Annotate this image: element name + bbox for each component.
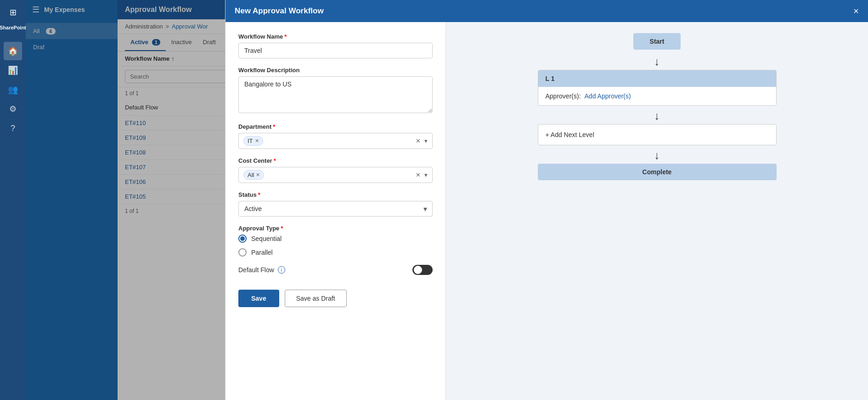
people-icon[interactable]: 👥	[4, 80, 22, 99]
status-select[interactable]: Active Inactive Draft	[238, 201, 433, 217]
cost-center-tag-remove[interactable]: ✕	[256, 172, 260, 178]
cost-center-tag-all: All ✕	[243, 170, 264, 180]
workflow-name-label: Workflow Name*	[238, 33, 433, 40]
workflow-desc-textarea[interactable]: Bangalore to US	[238, 76, 433, 113]
arrow-down-1: ↓	[654, 55, 660, 68]
home-icon[interactable]: 🏠	[4, 42, 22, 60]
radio-parallel-label: Parallel	[251, 249, 273, 256]
default-flow-toggle[interactable]	[412, 265, 433, 275]
save-draft-button[interactable]: Save as Draft	[285, 290, 347, 307]
help-icon[interactable]: ?	[4, 119, 22, 137]
complete-button[interactable]: Complete	[538, 164, 777, 180]
workflow-desc-label: Workflow Description	[238, 67, 433, 74]
department-tag-it: IT ✕	[243, 136, 263, 146]
radio-sequential-label: Sequential	[251, 235, 282, 242]
cost-center-chevron-icon[interactable]: ▾	[424, 171, 428, 178]
workflow-side: Start ↓ L 1 Approver(s): Add Approver(s)…	[446, 22, 868, 400]
department-chevron-icon[interactable]: ▾	[424, 137, 428, 144]
cost-center-label: Cost Center*	[238, 157, 433, 164]
main-sidebar: ⊞ SharePoint 🏠 📊 👥 ⚙ ?	[0, 0, 26, 400]
cost-center-clear-icon[interactable]: ✕	[416, 171, 421, 178]
arrow-down-3: ↓	[654, 149, 660, 162]
modal-backdrop	[26, 0, 225, 400]
department-tag-remove[interactable]: ✕	[255, 138, 259, 144]
arrow-down-2: ↓	[654, 109, 660, 122]
cost-center-select[interactable]: All ✕ ✕ ▾	[238, 167, 433, 183]
radio-sequential[interactable]: Sequential	[238, 234, 433, 243]
workflow-name-input[interactable]	[238, 43, 433, 58]
add-approver-link[interactable]: Add Approver(s)	[585, 92, 631, 100]
status-group: Status* Active Inactive Draft ▾	[238, 191, 433, 217]
default-flow-row: Default Flow i	[238, 265, 433, 275]
approvers-label: Approver(s):	[546, 92, 581, 100]
approval-type-label: Approval Type*	[238, 225, 433, 232]
level1-header: L 1	[538, 70, 776, 87]
settings-icon[interactable]: ⚙	[4, 100, 22, 118]
department-group: Department* IT ✕ ✕	[238, 123, 433, 149]
close-button[interactable]: ×	[853, 6, 859, 16]
save-button[interactable]: Save	[238, 290, 279, 307]
department-tags: IT ✕	[243, 136, 416, 146]
modal-header: New Approval Workflow ×	[225, 0, 868, 22]
start-button[interactable]: Start	[633, 33, 681, 50]
toggle-knob	[414, 266, 422, 274]
form-side: Workflow Name* Workflow Description Bang…	[225, 22, 446, 400]
department-select-icons: ✕ ▾	[416, 137, 428, 144]
department-clear-icon[interactable]: ✕	[416, 137, 421, 144]
department-select[interactable]: IT ✕ ✕ ▾	[238, 133, 433, 149]
chart-icon[interactable]: 📊	[4, 61, 22, 80]
radio-sequential-circle	[238, 234, 247, 243]
modal-title: New Approval Workflow	[235, 6, 324, 16]
workflow-desc-group: Workflow Description Bangalore to US	[238, 67, 433, 115]
level1-box: L 1 Approver(s): Add Approver(s)	[538, 70, 777, 106]
add-next-level-button[interactable]: + Add Next Level	[538, 124, 777, 145]
cost-center-select-icons: ✕ ▾	[416, 171, 428, 178]
cost-center-group: Cost Center* All ✕ ✕	[238, 157, 433, 183]
modal-body: Workflow Name* Workflow Description Bang…	[225, 22, 868, 400]
approval-type-group: Approval Type* Sequential Parallel	[238, 225, 433, 257]
grid-icon[interactable]: ⊞	[6, 4, 20, 21]
modal-dialog: New Approval Workflow × Workflow Name*	[225, 0, 868, 400]
add-next-level-label: + Add Next Level	[546, 131, 594, 138]
radio-parallel-circle	[238, 248, 247, 257]
level1-body: Approver(s): Add Approver(s)	[538, 87, 776, 105]
radio-group: Sequential Parallel	[238, 234, 433, 257]
status-select-wrapper: Active Inactive Draft ▾	[238, 201, 433, 217]
department-label: Department*	[238, 123, 433, 130]
default-flow-info-icon[interactable]: i	[278, 266, 285, 274]
form-buttons: Save Save as Draft	[238, 286, 433, 307]
cost-center-tags: All ✕	[243, 170, 416, 180]
modal-overlay: New Approval Workflow × Workflow Name*	[26, 0, 868, 400]
radio-parallel[interactable]: Parallel	[238, 248, 433, 257]
default-flow-label: Default Flow i	[238, 266, 285, 274]
app-logo: SharePoint	[0, 23, 27, 36]
workflow-name-group: Workflow Name*	[238, 33, 433, 58]
status-label: Status*	[238, 191, 433, 198]
